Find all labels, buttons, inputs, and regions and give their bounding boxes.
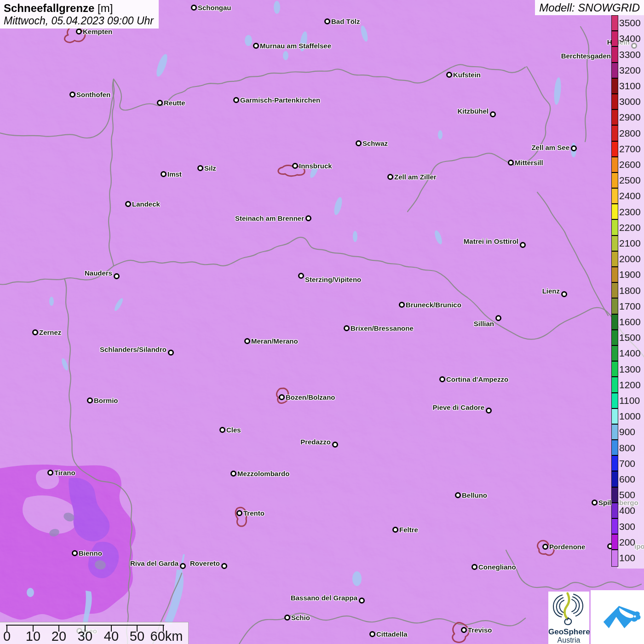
city-label: Schio — [291, 614, 310, 621]
map-datetime: Mittwoch, 05.04.2023 09:00 Uhr — [4, 15, 155, 27]
city-marker — [69, 92, 75, 98]
city-label: Hallein — [607, 38, 630, 46]
city-label: Tirano — [54, 469, 75, 477]
city-marker — [197, 165, 203, 171]
city-label: Lienz — [542, 287, 560, 295]
title-box: Schneefallgrenze [m] Mittwoch, 05.04.202… — [0, 0, 159, 29]
city-label: Sterzing/Vipiteno — [305, 276, 361, 283]
city-label: Spilimbergo — [598, 499, 638, 506]
city-marker — [253, 43, 259, 49]
geosphere-swirl-icon — [548, 592, 589, 627]
city-label: Berchtesgaden — [561, 52, 611, 60]
city-label: Matrei in Osttirol — [464, 237, 518, 245]
city-marker — [125, 201, 131, 207]
city-label: Nauders — [85, 269, 112, 277]
model-label: Modell: SNOWGRID — [539, 1, 640, 14]
city-marker — [542, 544, 548, 550]
scale-label: 40 — [104, 629, 119, 644]
scale-label: 0 — [3, 629, 11, 644]
partner-logo — [591, 590, 644, 644]
city-label: Bad Tölz — [331, 17, 360, 25]
city-label: Schlanders/Silandro — [100, 345, 167, 353]
city-marker — [324, 18, 330, 24]
city-label: Schwaz — [362, 139, 388, 147]
city-label: Mezzolombardo — [237, 470, 289, 477]
city-marker — [439, 376, 445, 382]
city-label: Rovereto — [190, 559, 220, 567]
scale-label: 60km — [150, 629, 183, 644]
city-marker — [592, 500, 598, 506]
city-marker — [191, 5, 197, 11]
city-label: Belluno — [462, 491, 487, 499]
city-label: ipo — [634, 542, 644, 550]
city-label: Murnau am Staffelsee — [260, 42, 331, 50]
city-marker — [76, 29, 82, 34]
city-label: Trento — [243, 509, 264, 517]
map-title: Schneefallgrenze — [4, 2, 94, 14]
city-label: Cittadella — [376, 630, 408, 638]
city-marker — [486, 408, 492, 414]
city-marker — [332, 442, 338, 448]
city-label: Zell am See — [531, 144, 569, 151]
city-label: Brixen/Bressanone — [351, 324, 414, 332]
city-label: Pordenone — [549, 543, 585, 551]
scale-label: 20 — [52, 629, 66, 644]
scale-label: 10 — [26, 629, 40, 644]
city-marker — [236, 510, 242, 516]
city-label: Predazzo — [300, 438, 331, 446]
city-label: Sillian — [474, 320, 494, 328]
city-label: Conegliano — [478, 563, 516, 571]
city-label: Bienno — [79, 549, 102, 557]
city-marker — [157, 100, 163, 106]
city-label: Garmisch-Partenkirchen — [240, 96, 320, 104]
city-marker — [612, 53, 618, 59]
city-marker — [495, 315, 501, 321]
city-marker — [490, 111, 496, 117]
model-box: Modell: SNOWGRID — [535, 0, 644, 15]
city-marker — [461, 627, 467, 633]
city-marker — [607, 543, 613, 549]
scale-label: 50 — [130, 629, 144, 644]
city-label: Zernez — [39, 328, 61, 336]
city-marker — [472, 564, 477, 570]
city-marker — [72, 550, 78, 556]
snowline-map-stage: SchongauBad TölzKemptenMurnau am Staffel… — [0, 0, 644, 644]
city-marker — [32, 329, 38, 335]
city-label: Imst — [167, 170, 182, 178]
city-label: Treviso — [468, 626, 492, 634]
city-marker — [221, 563, 227, 569]
city-marker — [114, 273, 120, 279]
city-label: Riva del Garda — [130, 559, 178, 567]
city-marker — [279, 394, 285, 400]
city-marker — [230, 471, 236, 477]
city-label: Cles — [226, 426, 241, 434]
geosphere-logo-name: GeoSphere — [548, 627, 589, 636]
city-marker — [392, 527, 398, 533]
city-marker — [344, 325, 350, 331]
city-label: Landeck — [132, 200, 160, 208]
city-marker — [508, 160, 514, 166]
geosphere-logo: GeoSphere Austria — [548, 592, 589, 644]
city-label: Cortina d'Ampezzo — [446, 375, 508, 383]
city-marker — [446, 72, 452, 78]
city-marker — [244, 338, 250, 344]
city-label: Kempten — [83, 28, 112, 35]
city-marker — [387, 174, 393, 180]
city-marker — [571, 145, 577, 151]
city-marker — [168, 350, 174, 356]
city-label: Meran/Merano — [251, 337, 298, 345]
city-marker — [356, 140, 362, 146]
city-layer: SchongauBad TölzKemptenMurnau am Staffel… — [0, 0, 644, 644]
city-label: Bormio — [94, 397, 118, 404]
city-label: Silz — [204, 164, 216, 172]
city-label: Reutte — [164, 99, 185, 107]
city-marker — [631, 43, 637, 49]
city-marker — [219, 427, 225, 433]
scale-label: 30 — [78, 629, 92, 644]
city-marker — [180, 563, 186, 569]
city-label: Innsbruck — [299, 162, 332, 170]
city-marker — [161, 171, 167, 177]
map-unit: [m] — [98, 2, 113, 14]
city-label: Mittersill — [515, 159, 543, 167]
city-label: Kufstein — [453, 71, 481, 79]
